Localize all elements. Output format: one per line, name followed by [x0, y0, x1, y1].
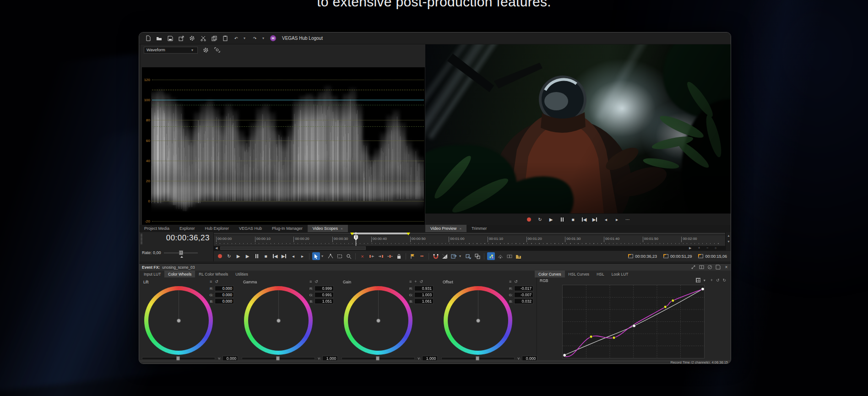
next-frame-button[interactable]: ▸ [298, 252, 306, 260]
mixer-icon[interactable]: ≡ [409, 279, 412, 284]
curve-editor[interactable] [562, 285, 705, 358]
new-project-icon[interactable] [145, 35, 152, 42]
curve-control-point[interactable] [590, 335, 592, 338]
delete-button[interactable]: × [358, 252, 366, 260]
scroll-down-icon[interactable]: ▼ [727, 240, 730, 243]
loop-region-strip[interactable] [214, 232, 725, 235]
mixer-icon[interactable]: ≡ [309, 279, 312, 284]
undo-icon[interactable]: ↶ [233, 35, 239, 42]
redo-dropdown-icon[interactable]: ▾ [262, 36, 266, 40]
close-icon[interactable]: × [724, 265, 729, 270]
r-value-field[interactable]: 0.000 [215, 286, 234, 291]
project-properties-icon[interactable] [189, 35, 195, 42]
reset-icon[interactable]: ↺ [315, 279, 318, 284]
curve-control-point[interactable] [701, 288, 704, 291]
tab-utilities[interactable]: Utilities [232, 271, 251, 277]
g-value-field[interactable]: -0.007 [514, 292, 533, 298]
stop-button[interactable]: ■ [262, 252, 270, 260]
copy-icon[interactable] [211, 35, 217, 42]
play-from-start-button[interactable]: ▶ [234, 252, 242, 260]
b-value-field[interactable]: 1.051 [315, 298, 334, 304]
wheel-luma-slider[interactable] [441, 357, 515, 360]
publish-project-icon[interactable] [178, 35, 184, 42]
lock-event-button[interactable] [395, 252, 403, 260]
close-icon[interactable]: × [341, 227, 343, 231]
trim-end-button[interactable] [377, 252, 385, 260]
cut-icon[interactable] [200, 35, 206, 42]
record-button[interactable] [526, 216, 532, 222]
undo-icon[interactable]: ↺ [716, 278, 720, 282]
tab-color-curves[interactable]: Color Curves [535, 271, 565, 277]
vegas-hub-logout-button[interactable]: VEGAS Hub Logout [282, 36, 323, 41]
loop-playback-button[interactable]: ↻ [225, 252, 233, 260]
tab-hsl[interactable]: HSL [593, 271, 608, 277]
event-properties-button[interactable] [473, 252, 481, 260]
scroll-right-icon[interactable]: ▶ [689, 246, 691, 250]
wheel-luma-slider[interactable] [142, 357, 215, 360]
zoom-edit-tool-button[interactable] [345, 252, 353, 260]
pause-button[interactable] [559, 216, 565, 222]
r-value-field[interactable]: 0.931 [414, 286, 434, 291]
reset-icon[interactable]: ↺ [514, 279, 518, 284]
selection-edit-tool-button[interactable] [336, 252, 343, 260]
hue-wheel[interactable] [244, 286, 313, 355]
tab-project-media[interactable]: Project Media [139, 225, 174, 232]
pause-button[interactable] [253, 252, 260, 260]
automatic-crossfades-button[interactable] [450, 252, 458, 260]
tab-rl-color-wheels[interactable]: RL Color Wheels [195, 271, 232, 277]
go-to-end-button[interactable]: ▶ [280, 252, 288, 260]
tab-look-lut[interactable]: Look LUT [608, 271, 632, 277]
tab-hsl-curves[interactable]: HSL Curves [565, 271, 593, 277]
tab-video-scopes[interactable]: Video Scopes× [308, 225, 348, 232]
pick-color-icon[interactable]: + [414, 279, 417, 284]
selection-length-timecode[interactable]: 00:00:15,06 [698, 254, 727, 259]
split-screen-view-icon[interactable] [699, 265, 704, 270]
enable-snapping-button[interactable] [432, 252, 439, 260]
curve-control-point[interactable] [664, 305, 667, 308]
undo-dropdown-icon[interactable]: ▾ [244, 36, 247, 40]
curve-control-point[interactable] [633, 324, 636, 327]
more-options-icon[interactable]: ⋯ [625, 216, 631, 222]
preset-dropdown-icon[interactable]: ▾ [704, 278, 707, 282]
normal-edit-tool-button[interactable] [312, 252, 320, 260]
open-project-icon[interactable] [156, 35, 163, 42]
tab-video-preview[interactable]: Video Preview× [425, 225, 467, 232]
tab-explorer[interactable]: Explorer [174, 225, 200, 232]
insert-region-button[interactable]: •• [418, 252, 426, 260]
bypass-fx-icon[interactable] [707, 265, 712, 270]
wheel-center-handle[interactable] [277, 319, 281, 323]
lut-preset-grid-icon[interactable] [696, 278, 700, 282]
go-to-end-button[interactable]: ▶ [592, 216, 598, 222]
play-button[interactable]: ▶ [548, 216, 554, 222]
wheel-luma-slider[interactable] [342, 357, 415, 360]
g-value-field[interactable]: 0.991 [315, 292, 334, 298]
crossfade-dropdown-icon[interactable]: ▾ [459, 254, 463, 258]
envelope-edit-tool-button[interactable] [326, 252, 334, 260]
mixer-icon[interactable]: ≡ [509, 279, 511, 284]
scope-type-select[interactable]: Waveform ▾ [144, 47, 198, 54]
event-pan-crop-button[interactable] [464, 252, 472, 260]
scroll-up-icon[interactable]: ▲ [727, 234, 730, 237]
go-to-start-button[interactable]: ◀ [271, 252, 279, 260]
wheel-center-handle[interactable] [476, 319, 480, 323]
rate-slider[interactable] [164, 252, 198, 254]
insert-marker-button[interactable] [409, 252, 417, 260]
scrollbar-handle[interactable] [220, 246, 366, 250]
wheel-center-handle[interactable] [177, 319, 181, 323]
previous-frame-button[interactable]: ◂ [603, 216, 609, 222]
wheel-center-handle[interactable] [376, 319, 380, 323]
mixer-icon[interactable]: ≡ [210, 279, 212, 284]
tab-hub-explorer[interactable]: Hub Explorer [200, 225, 234, 232]
event-fx-button[interactable] [487, 252, 495, 260]
hue-wheel[interactable] [144, 286, 213, 355]
slip-trim-button[interactable] [386, 252, 394, 260]
go-to-start-button[interactable]: ◀ [581, 216, 587, 222]
close-icon[interactable]: × [459, 227, 461, 231]
vegas-hub-icon[interactable]: H [270, 35, 276, 41]
tab-input-lut[interactable]: Input LUT [140, 271, 164, 277]
auto-crossfade-button[interactable] [441, 252, 449, 260]
curve-control-point[interactable] [563, 354, 566, 357]
zoom-in-timeline-icon[interactable]: + [698, 246, 700, 250]
edit-tool-dropdown-icon[interactable]: ▾ [321, 254, 325, 258]
tab-color-wheels[interactable]: Color Wheels [164, 271, 195, 277]
